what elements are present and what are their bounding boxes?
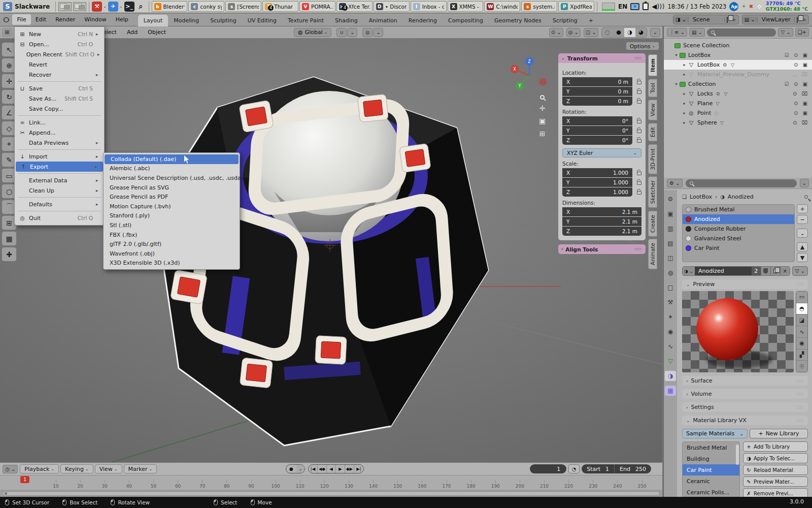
- timeline-editor-type-icon[interactable]: ◷ ⌄: [3, 465, 18, 473]
- outliner-row[interactable]: Scene Collection: [664, 41, 812, 50]
- zoom-icon[interactable]: [540, 95, 545, 100]
- outliner-search-input[interactable]: [707, 28, 776, 37]
- material-browse-dropdown[interactable]: ◑ ⌄: [683, 267, 695, 275]
- disclosure-icon[interactable]: ▸: [681, 72, 688, 77]
- library-material[interactable]: Building: [683, 453, 739, 464]
- unlink-button[interactable]: ×: [780, 267, 790, 275]
- align-tools-panel-header[interactable]: › Align Tools ∷∷: [558, 244, 646, 254]
- transform-orientation-dropdown[interactable]: ◍ Global ⌄: [294, 28, 331, 37]
- taskbar-task[interactable]: s system.r...: [521, 1, 557, 12]
- properties-tab-icon[interactable]: ◍: [665, 268, 676, 278]
- sidebar-tab[interactable]: Animate: [648, 239, 657, 269]
- library-action-button[interactable]: ✎ Preview Mater...: [743, 477, 808, 487]
- export-menu-item[interactable]: FBX (.fbx): [104, 230, 240, 240]
- preview-type-button[interactable]: ☉: [796, 361, 807, 372]
- workspace-tab[interactable]: Modeling: [168, 15, 205, 26]
- workspace-tab[interactable]: Rendering: [403, 15, 443, 26]
- taskbar-task[interactable]: I Inbox - c...: [411, 1, 447, 12]
- stopwatch-icon[interactable]: ◔: [568, 464, 580, 473]
- properties-tab-icon[interactable]: ▥: [665, 224, 676, 234]
- panel-grip[interactable]: ∷∷: [634, 56, 642, 61]
- visibility-icons[interactable]: ⊙ ▣: [794, 110, 809, 116]
- start-frame-field[interactable]: Start1: [582, 464, 614, 473]
- outliner-row[interactable]: ▾ Collection ☑ ⊙ ▣: [664, 79, 812, 89]
- menu-item[interactable]: File: [12, 14, 30, 25]
- display-settings-icon[interactable]: ✕: [630, 3, 639, 10]
- disclosure-icon[interactable]: ▾: [673, 53, 680, 57]
- taskbar-task[interactable]: s [Screens...: [225, 1, 261, 12]
- toggle-perspective-icon[interactable]: ⊞: [539, 130, 546, 138]
- properties-tab-icon[interactable]: ◑: [665, 371, 676, 381]
- library-action-button[interactable]: + Add To Library: [743, 441, 808, 452]
- timeline-ruler[interactable]: 1 10203040506070809010011012013014015016…: [0, 475, 662, 490]
- file-menu-item[interactable]: Clean Up ▸: [15, 185, 104, 196]
- lock-icon[interactable]: [637, 90, 641, 94]
- transport-button[interactable]: ▶|: [354, 465, 363, 473]
- collapsed-panel-header[interactable]: › Volume ∷∷: [682, 389, 808, 399]
- disclosure-icon[interactable]: ▸: [681, 101, 688, 106]
- new-scene-button[interactable]: [724, 17, 730, 22]
- editor-type-dropdown[interactable]: ⚙ ⌄: [667, 179, 683, 187]
- properties-tab-icon[interactable]: ▦: [665, 386, 676, 396]
- material-slot[interactable]: Composite Rubber: [683, 224, 794, 234]
- outliner-row[interactable]: ▸ Locks ⚙ ▽ ⊙ ⌧: [664, 89, 812, 99]
- visibility-icons[interactable]: ⊙ ▣: [794, 101, 809, 106]
- disclosure-icon[interactable]: ▾: [673, 82, 680, 86]
- library-action-button[interactable]: ◑ Apply To Selec...: [743, 453, 808, 463]
- preview-type-button[interactable]: ▭: [796, 292, 807, 303]
- transform-panel-header[interactable]: ⌄ Transform ∷∷: [558, 53, 646, 63]
- lock-icon[interactable]: [637, 81, 641, 84]
- tool-button[interactable]: ▦: [2, 231, 17, 246]
- sidebar-tab[interactable]: Edit: [648, 123, 657, 141]
- workspace-tab[interactable]: Shading: [329, 15, 363, 26]
- start-button[interactable]: S Slackware: [2, 2, 53, 12]
- panel-grip[interactable]: ∷∷: [797, 418, 804, 423]
- new-library-button[interactable]: + New Library: [750, 429, 808, 438]
- tool-button[interactable]: ✚: [2, 247, 17, 262]
- browser-launcher-icon[interactable]: ✈: [108, 2, 118, 12]
- taskbar-task[interactable]: V POMRA...: [299, 1, 335, 12]
- export-menu-item[interactable]: Wavefront (.obj): [104, 249, 240, 259]
- end-frame-field[interactable]: End250: [614, 464, 651, 473]
- shading-rendered-icon[interactable]: ◕: [635, 28, 647, 37]
- properties-tab-icon[interactable]: ⚒: [665, 297, 676, 307]
- move-view-icon[interactable]: ✛: [539, 104, 546, 112]
- sidebar-tab[interactable]: Create: [648, 211, 657, 237]
- lock-icon[interactable]: [637, 172, 641, 175]
- workspace-tab[interactable]: Compositing: [443, 15, 489, 26]
- disclosure-icon[interactable]: ▸: [681, 62, 688, 67]
- record-icon[interactable]: ●: [286, 466, 296, 471]
- add-slot-button[interactable]: +: [797, 204, 808, 213]
- visibility-icons[interactable]: ☑ ⊙ ▣: [785, 81, 809, 87]
- sidebar-tab[interactable]: Tool: [648, 79, 657, 97]
- remove-slot-button[interactable]: −: [797, 215, 808, 224]
- timeline-menu[interactable]: Playback⌄: [20, 464, 59, 473]
- scale-field[interactable]: Y1.000: [562, 178, 641, 187]
- scene-selector[interactable]: ◨ ⌄ Scene ×: [673, 15, 739, 24]
- library-material[interactable]: Ceramic Polis...: [683, 487, 739, 497]
- sidebar-tab[interactable]: Sketcher: [648, 176, 657, 208]
- file-menu-item[interactable]: ⊔ Save Ctrl S: [15, 83, 104, 93]
- workspace-tab[interactable]: Sculpting: [205, 15, 242, 26]
- viewlayer-selector[interactable]: ▤ ⌄ ViewLayer ×: [742, 15, 809, 24]
- file-menu-item[interactable]: ⊞ New Ctrl N ▸: [15, 29, 104, 39]
- tray-misc-icon[interactable]: ✦: [741, 4, 746, 9]
- taskbar-task[interactable]: W C:\windo...: [484, 1, 520, 12]
- scale-field[interactable]: Z1.000: [562, 187, 641, 197]
- export-menu-item[interactable]: Motion Capture (.bvh): [104, 202, 240, 211]
- visibility-icons[interactable]: ☑ ⊙ ▣: [785, 52, 809, 58]
- material-slot[interactable]: Anodized: [683, 214, 794, 224]
- taskbar-task[interactable]: D • Discor...: [374, 1, 410, 12]
- properties-search-input[interactable]: [686, 179, 797, 187]
- transport-button[interactable]: |◀: [309, 465, 318, 473]
- file-menu-item[interactable]: ⊟ Open... Ctrl O: [15, 39, 104, 49]
- file-menu-item[interactable]: [15, 209, 104, 213]
- properties-tab-icon[interactable]: ▣: [665, 209, 676, 219]
- volume-icon[interactable]: ◀))): [652, 3, 664, 10]
- dimension-field[interactable]: X2.1 m: [562, 207, 641, 216]
- preview-type-button[interactable]: ◪: [796, 314, 807, 326]
- current-frame-field[interactable]: 1: [530, 464, 566, 473]
- file-menu-item[interactable]: Revert: [15, 59, 104, 70]
- snap-magnet-icon[interactable]: ∪: [336, 28, 347, 37]
- library-select-dropdown[interactable]: Sample Materials ⌄: [682, 429, 748, 438]
